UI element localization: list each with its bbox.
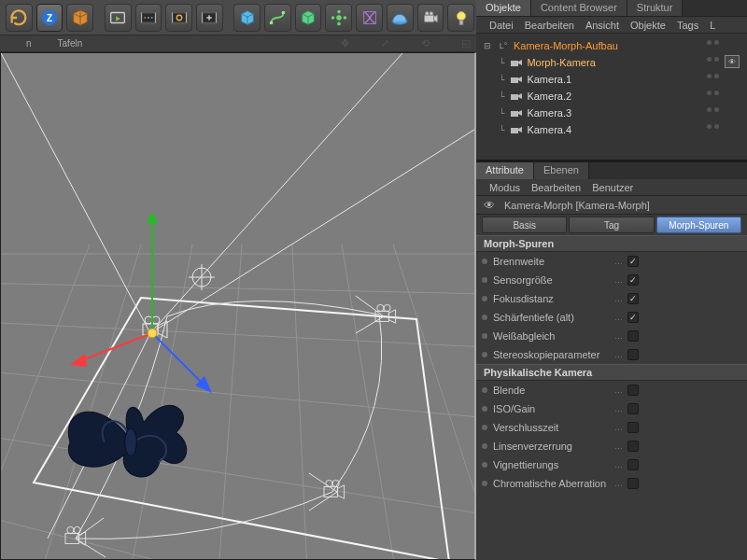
tab-struktur[interactable]: Struktur xyxy=(627,0,684,16)
svg-rect-26 xyxy=(425,15,434,21)
property-checkbox[interactable] xyxy=(627,349,639,360)
property-checkbox[interactable] xyxy=(627,478,639,489)
visibility-dots[interactable] xyxy=(707,74,719,78)
render-frame-button[interactable] xyxy=(105,4,132,32)
property-checkbox[interactable] xyxy=(627,330,639,342)
nav-move-icon[interactable]: ✥ xyxy=(341,37,352,49)
object-row[interactable]: └Morph-Kamera👁 xyxy=(476,54,747,71)
property-row: Sensorgröße… xyxy=(476,271,747,289)
undo-button[interactable] xyxy=(6,4,33,32)
floor-button[interactable] xyxy=(387,4,414,32)
nav-zoom-icon[interactable]: ⤢ xyxy=(381,37,392,49)
generator-button[interactable] xyxy=(295,4,322,32)
object-name: Kamera.3 xyxy=(527,107,571,119)
property-checkbox[interactable] xyxy=(627,293,639,304)
visibility-dots[interactable] xyxy=(707,57,719,62)
visibility-dots[interactable] xyxy=(707,124,719,129)
visibility-dots[interactable] xyxy=(707,91,719,95)
palette-label-2[interactable]: Tafeln xyxy=(58,38,83,49)
tab-content-browser[interactable]: Content Browser xyxy=(531,0,627,16)
menu-datei[interactable]: Datei xyxy=(489,20,514,31)
palette-label-1[interactable]: n xyxy=(26,38,32,49)
object-row[interactable]: └Kamera.2 xyxy=(476,88,747,105)
render-picture-button[interactable] xyxy=(165,4,192,32)
property-row: Weißabgleich… xyxy=(476,327,747,345)
svg-rect-5 xyxy=(142,10,156,13)
property-label: Linsenverzerrung xyxy=(493,441,611,452)
tab-objekte[interactable]: Objekte xyxy=(476,0,531,16)
nav-rotate-icon[interactable]: ⟲ xyxy=(421,37,432,49)
property-row: Fokusdistanz… xyxy=(476,289,747,308)
property-checkbox[interactable] xyxy=(627,441,639,452)
property-row: Verschlusszeit… xyxy=(476,418,747,437)
menu-objekte[interactable]: Objekte xyxy=(630,20,666,31)
property-label: Schärfentiefe (alt) xyxy=(493,312,611,323)
light-tool-button[interactable] xyxy=(447,4,474,32)
cube-button[interactable] xyxy=(66,4,93,32)
tab-basis[interactable]: Basis xyxy=(482,217,567,233)
bullet-icon xyxy=(482,277,487,283)
nav-maximize-icon[interactable]: ◱ xyxy=(461,37,472,49)
primitive-cube-button[interactable] xyxy=(233,4,261,32)
camera-morph-tag-icon[interactable]: 👁 xyxy=(725,55,740,68)
bullet-icon xyxy=(482,462,487,468)
3d-viewport[interactable] xyxy=(0,52,476,560)
property-checkbox[interactable] xyxy=(627,256,639,267)
tab-attribute[interactable]: Attribute xyxy=(476,162,534,179)
bullet-icon xyxy=(482,443,487,449)
axis-z-button[interactable]: Z xyxy=(36,4,63,32)
svg-point-21 xyxy=(337,21,341,25)
object-row[interactable]: ⊟L°Kamera-Morph-Aufbau xyxy=(476,37,747,54)
svg-rect-30 xyxy=(459,20,463,24)
property-label: Brennweite xyxy=(493,256,611,267)
property-checkbox[interactable] xyxy=(627,385,639,396)
menu-modus[interactable]: Modus xyxy=(489,182,520,193)
property-label: ISO/Gain xyxy=(493,403,611,414)
svg-rect-78 xyxy=(511,77,518,83)
menu-bearbeiten2[interactable]: Bearbeiten xyxy=(531,182,581,193)
property-checkbox[interactable] xyxy=(627,403,639,414)
svg-line-43 xyxy=(1,245,90,560)
object-row[interactable]: └Kamera.4 xyxy=(476,121,747,138)
menu-benutzer[interactable]: Benutzer xyxy=(592,182,633,193)
visibility-dots[interactable] xyxy=(707,107,719,112)
section-physikalische-kamera: Physikalische Kamera Blende…ISO/Gain…Ver… xyxy=(476,364,747,493)
object-row[interactable]: └Kamera.1 xyxy=(476,71,747,88)
spline-button[interactable] xyxy=(264,4,291,32)
svg-point-18 xyxy=(282,10,286,14)
menu-ansicht[interactable]: Ansicht xyxy=(585,20,619,31)
svg-point-58 xyxy=(377,304,384,311)
render-settings-button[interactable] xyxy=(196,4,223,32)
property-checkbox[interactable] xyxy=(627,422,639,433)
property-checkbox[interactable] xyxy=(627,312,639,323)
property-checkbox[interactable] xyxy=(627,459,639,470)
property-row: Vignettierungs… xyxy=(476,455,747,474)
menu-l[interactable]: L xyxy=(710,20,715,31)
folder-icon: L° xyxy=(497,41,510,50)
object-name: Kamera.2 xyxy=(527,91,571,102)
svg-point-19 xyxy=(336,15,342,21)
svg-point-55 xyxy=(145,316,152,324)
svg-point-27 xyxy=(425,11,429,15)
visibility-dots[interactable] xyxy=(707,40,719,45)
property-label: Weißabgleich xyxy=(493,330,611,342)
svg-point-17 xyxy=(270,21,274,24)
menu-bearbeiten[interactable]: Bearbeiten xyxy=(525,20,574,31)
tab-tag[interactable]: Tag xyxy=(569,217,654,233)
attribute-tabs: Attribute Ebenen xyxy=(476,162,747,179)
camera-tool-button[interactable] xyxy=(417,4,444,32)
render-region-button[interactable] xyxy=(135,4,162,32)
bullet-icon xyxy=(482,259,487,264)
property-row: Stereoskopieparameter… xyxy=(476,345,747,364)
cloner-button[interactable] xyxy=(325,4,352,32)
tab-ebenen[interactable]: Ebenen xyxy=(534,162,589,179)
object-hierarchy[interactable]: ⊟L°Kamera-Morph-Aufbau└Morph-Kamera👁└Kam… xyxy=(476,34,747,161)
menu-tags[interactable]: Tags xyxy=(677,20,698,31)
camera-icon xyxy=(510,91,523,101)
property-checkbox[interactable] xyxy=(627,274,639,286)
tab-morph-spuren[interactable]: Morph-Spuren xyxy=(656,217,741,233)
deformer-button[interactable] xyxy=(356,4,383,32)
svg-line-33 xyxy=(1,319,476,352)
camera-icon xyxy=(510,58,523,67)
object-row[interactable]: └Kamera.3 xyxy=(476,105,747,121)
